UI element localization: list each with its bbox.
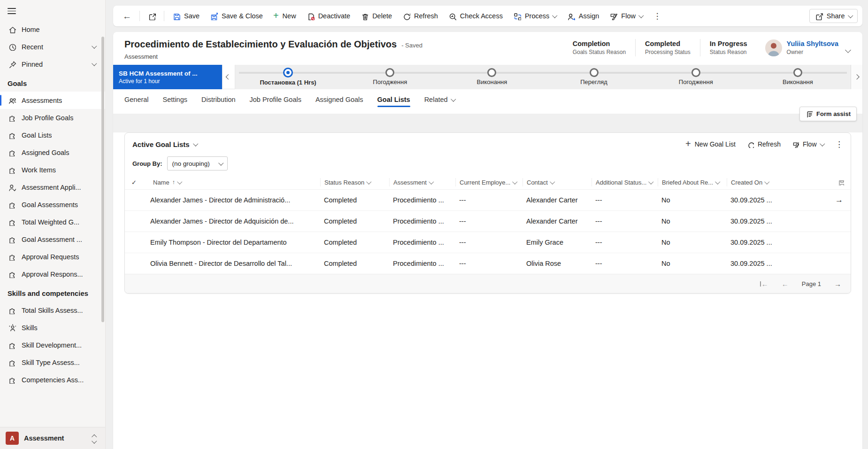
grid-more-button[interactable]: ⋮: [835, 140, 843, 148]
menu-icon[interactable]: [8, 8, 16, 14]
assign-icon: [567, 12, 575, 20]
new-goal-list-button[interactable]: +New Goal List: [685, 140, 736, 148]
more-icon: ⋮: [653, 12, 661, 20]
puzzle-icon: [8, 270, 16, 279]
main-area: ← Save Save & Close +New Deactivate Dele…: [106, 0, 868, 449]
sidebar-item-skill-development[interactable]: Skill Development...: [0, 336, 105, 354]
plus-icon: +: [685, 139, 691, 148]
column-header-created-on[interactable]: Created On: [727, 178, 791, 186]
table-row[interactable]: Olivia Bennett - Director de Desarrollo …: [125, 253, 851, 274]
first-page-button[interactable]: ←: [760, 280, 768, 288]
field-goals-status-reason[interactable]: Completion Goals Status Reason: [563, 39, 635, 56]
table-row[interactable]: Emily Thompson - Director del Departamen…: [125, 232, 851, 253]
sidebar-item-goal-assessments[interactable]: Goal Assessments: [0, 196, 105, 213]
app-switch-icon: [92, 434, 96, 443]
save-grid-layout-icon[interactable]: [791, 178, 851, 186]
sidebar-item-assessment-applications[interactable]: Assessment Appli...: [0, 178, 105, 196]
process-stage-3[interactable]: Виконання: [441, 65, 543, 89]
sidebar-item-goal-assessment[interactable]: Goal Assessment ...: [0, 231, 105, 248]
owner-name-link[interactable]: Yuliia Shyltsova: [787, 40, 838, 47]
sidebar-item-total-skills-assessment[interactable]: Total Skills Assess...: [0, 302, 105, 319]
process-stage-2[interactable]: Погодження: [339, 65, 441, 89]
stage-circle-icon: [590, 68, 599, 77]
sidebar-item-skills[interactable]: Skills: [0, 319, 105, 336]
owner-field[interactable]: Yuliia Shyltsova Owner: [757, 39, 838, 56]
active-stage-box[interactable]: SB HCM Assessment of ... Active for 1 ho…: [113, 65, 222, 89]
tab-job-profile-goals[interactable]: Job Profile Goals: [250, 96, 301, 109]
sidebar-item-skill-type-assessment[interactable]: Skill Type Assess...: [0, 354, 105, 371]
process-scroll-right-button[interactable]: [851, 65, 862, 89]
deactivate-button[interactable]: Deactivate: [302, 8, 355, 23]
sidebar-item-assessments[interactable]: Assessments: [0, 92, 105, 109]
puzzle-icon: [8, 201, 16, 209]
column-header-name[interactable]: Name↑: [146, 178, 320, 186]
save-button[interactable]: Save: [168, 8, 204, 23]
business-process-flow: SB HCM Assessment of ... Active for 1 ho…: [113, 65, 862, 89]
group-by-select[interactable]: (no grouping): [167, 156, 228, 170]
process-button[interactable]: Process: [508, 8, 561, 23]
process-stages: Постановка (1 Hrs) Погодження Виконання …: [235, 65, 851, 89]
sidebar-item-work-items[interactable]: Work Items: [0, 161, 105, 178]
save-close-button[interactable]: Save & Close: [205, 8, 268, 23]
back-button[interactable]: ←: [118, 8, 136, 23]
column-header-assessment[interactable]: Assessment: [389, 178, 455, 186]
chevron-down-icon: [649, 179, 654, 184]
sidebar-item-home[interactable]: Home: [0, 21, 105, 38]
puzzle-icon: [8, 306, 16, 315]
tab-related[interactable]: Related: [424, 96, 455, 109]
view-selector[interactable]: Active Goal Lists: [132, 140, 197, 148]
open-record-arrow[interactable]: →: [835, 195, 851, 205]
process-stage-4[interactable]: Перегляд: [543, 65, 645, 89]
tab-distribution[interactable]: Distribution: [201, 96, 236, 109]
refresh-button[interactable]: Refresh: [398, 8, 443, 23]
sidebar-item-approval-requests[interactable]: Approval Requests: [0, 248, 105, 265]
share-button[interactable]: Share: [809, 9, 858, 23]
process-stage-1[interactable]: Постановка (1 Hrs): [237, 65, 339, 89]
column-header-current-employee[interactable]: Current Employe...: [455, 178, 522, 186]
sidebar-item-recent[interactable]: Recent: [0, 38, 105, 55]
sidebar-item-pinned[interactable]: Pinned: [0, 55, 105, 73]
process-icon: [513, 12, 521, 20]
tab-settings[interactable]: Settings: [163, 96, 187, 109]
flow-button[interactable]: Flow: [605, 8, 647, 23]
field-status-reason[interactable]: In Progress Status Reason: [700, 39, 757, 56]
process-collapse-button[interactable]: [222, 65, 235, 89]
process-stage-5[interactable]: Погодження: [645, 65, 747, 89]
sidebar-item-approval-responses[interactable]: Approval Respons...: [0, 265, 105, 283]
more-commands-button[interactable]: ⋮: [648, 8, 666, 23]
column-header-briefed-about[interactable]: Briefed About Re...: [658, 178, 727, 186]
new-button[interactable]: +New: [269, 8, 301, 23]
form-divider-band: Form assist: [113, 114, 862, 132]
sidebar-item-job-profile-goals[interactable]: Job Profile Goals: [0, 109, 105, 126]
select-all-checkbox[interactable]: ✓: [125, 178, 146, 186]
sidebar-item-goal-lists[interactable]: Goal Lists: [0, 126, 105, 144]
check-access-button[interactable]: Check Access: [444, 8, 507, 23]
field-processing-status[interactable]: Completed Processing Status: [635, 39, 700, 56]
process-stage-6[interactable]: Виконання: [747, 65, 849, 89]
assign-button[interactable]: Assign: [562, 8, 604, 23]
collapse-header-icon[interactable]: [845, 47, 851, 53]
next-page-button[interactable]: →: [834, 280, 841, 288]
grid-flow-button[interactable]: Flow: [792, 140, 824, 148]
tab-assigned-goals[interactable]: Assigned Goals: [315, 96, 363, 109]
plus-icon: +: [273, 11, 279, 20]
table-row[interactable]: Alexander James - Director de Adquisició…: [125, 210, 851, 232]
previous-page-button[interactable]: ←: [782, 280, 789, 288]
tab-goal-lists[interactable]: Goal Lists: [377, 96, 410, 109]
column-header-contact[interactable]: Contact: [522, 178, 591, 186]
delete-button[interactable]: Delete: [356, 8, 397, 23]
table-row[interactable]: Alexander James - Director de Administra…: [125, 189, 851, 210]
sidebar-scrollbar[interactable]: [101, 37, 104, 322]
tab-general[interactable]: General: [124, 96, 149, 109]
sidebar-item-competencies-assessment[interactable]: Competencies Ass...: [0, 371, 105, 388]
column-header-status-reason[interactable]: Status Reason: [320, 178, 389, 186]
sidebar-item-total-weighted-goals[interactable]: Total Weighted G...: [0, 213, 105, 231]
app-switcher[interactable]: A Assessment: [0, 427, 105, 449]
sidebar-item-assigned-goals[interactable]: Assigned Goals: [0, 144, 105, 161]
puzzle-icon: [8, 148, 16, 157]
form-assist-button[interactable]: Form assist: [799, 107, 857, 121]
column-header-additional-status[interactable]: Additional Status...: [591, 178, 658, 186]
grid-refresh-button[interactable]: Refresh: [747, 140, 781, 148]
chevron-down-icon: [92, 61, 97, 66]
popout-button[interactable]: [143, 8, 161, 23]
